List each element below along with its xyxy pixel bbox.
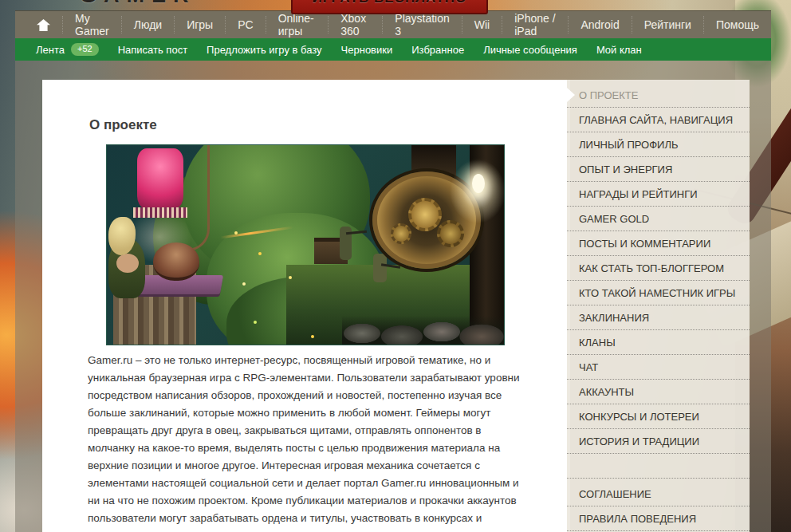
sidebar-item-contests-lotteries[interactable]: КОНКУРСЫ И ЛОТЕРЕИ	[567, 404, 750, 429]
hero-soldier-kneeling	[373, 254, 387, 282]
home-icon	[37, 19, 50, 31]
hero-street-lamp-bulb	[472, 174, 485, 193]
nav-item-iphone-ipad[interactable]: iPhone / iPad	[502, 16, 568, 33]
nav-item-pc[interactable]: PC	[225, 16, 265, 33]
subnav-item-favorites[interactable]: Избранное	[402, 44, 474, 56]
sidebar-group-spacer	[567, 454, 750, 479]
sidebar-item-profile[interactable]: ЛИЧНЫЙ ПРОФИЛЬ	[567, 132, 750, 157]
hero-gear-medium	[437, 220, 464, 247]
nav-item-my-gamer[interactable]: My Gamer	[62, 16, 121, 33]
subnav-item-my-clan[interactable]: Мой клан	[587, 44, 651, 56]
subnav-item-private-messages[interactable]: Личные сообщения	[474, 44, 587, 56]
nav-item-wii[interactable]: Wii	[462, 16, 502, 33]
hero-gear-large	[408, 198, 442, 231]
play-free-button[interactable]: ИГРАТЬ БЕСПЛАТНО	[291, 0, 488, 14]
sidebar-item-game-governor[interactable]: КТО ТАКОЙ НАМЕСТНИК ИГРЫ	[567, 281, 750, 305]
nav-item-xbox360[interactable]: Xbox 360	[328, 16, 382, 33]
main-nav: My Gamer Люди Игры PC Online-игры Xbox 3…	[15, 10, 771, 38]
sidebar-item-spells[interactable]: ЗАКЛИНАНИЯ	[567, 305, 750, 330]
nav-item-online-games[interactable]: Online-игры	[266, 16, 329, 33]
sidebar-item-clans[interactable]: КЛАНЫ	[567, 330, 750, 355]
sidebar-item-about[interactable]: О ПРОЕКТЕ	[567, 83, 750, 108]
sidebar-item-top-blogger[interactable]: КАК СТАТЬ ТОП-БЛОГГЕРОМ	[567, 256, 750, 281]
sidebar-item-chat[interactable]: ЧАТ	[567, 355, 750, 380]
hero-gear-small	[391, 223, 411, 244]
nav-item-playstation3[interactable]: Playstation 3	[382, 16, 461, 33]
nav-item-help[interactable]: Помощь	[703, 16, 771, 33]
sidebar-main-list: О ПРОЕКТЕ ГЛАВНАЯ САЙТА, НАВИГАЦИЯ ЛИЧНЫ…	[567, 80, 750, 454]
subnav-item-drafts[interactable]: Черновики	[332, 44, 403, 56]
subnav-item-feed[interactable]: Лента +52	[26, 43, 108, 56]
nav-item-home[interactable]	[25, 16, 62, 33]
nav-item-ratings[interactable]: Рейтинги	[632, 16, 703, 33]
page-column: My Gamer Люди Игры PC Online-игры Xbox 3…	[15, 10, 771, 532]
subnav-item-suggest-game[interactable]: Предложить игру в базу	[197, 44, 331, 56]
nav-item-android[interactable]: Android	[568, 16, 631, 33]
nav-item-games[interactable]: Игры	[174, 16, 225, 33]
about-paragraph: Gamer.ru – это не только интернет-ресурс…	[88, 352, 531, 532]
nav-item-people[interactable]: Люди	[121, 16, 174, 33]
sidebar-item-experience-energy[interactable]: ОПЫТ И ЭНЕРГИЯ	[567, 157, 750, 182]
site-logo[interactable]: GAMER	[80, 0, 196, 7]
hero-rocks	[342, 316, 505, 345]
feed-counter-badge: +52	[71, 43, 99, 56]
hero-pink-lamp-shade	[137, 148, 183, 209]
about-hero-image	[106, 144, 505, 345]
hero-elf-figure	[116, 254, 139, 273]
sidebar-item-gamer-gold[interactable]: GAMER GOLD	[567, 207, 750, 231]
help-sidebar: О ПРОЕКТЕ ГЛАВНАЯ САЙТА, НАВИГАЦИЯ ЛИЧНЫ…	[567, 80, 750, 532]
hero-sparkles	[234, 231, 238, 234]
hero-teapot	[153, 242, 199, 281]
sidebar-item-main-navigation[interactable]: ГЛАВНАЯ САЙТА, НАВИГАЦИЯ	[567, 108, 750, 132]
sub-nav: Лента +52 Написать пост Предложить игру …	[15, 38, 771, 61]
subnav-feed-label: Лента	[36, 44, 65, 56]
sidebar-item-agreement[interactable]: СОГЛАШЕНИЕ	[567, 482, 750, 506]
sidebar-item-posts-comments[interactable]: ПОСТЫ И КОММЕНТАРИИ	[567, 231, 750, 256]
page-title: О проекте	[89, 117, 570, 133]
sidebar-footer-list: СОГЛАШЕНИЕ ПРАВИЛА ПОВЕДЕНИЯ	[567, 479, 750, 531]
sidebar-item-awards-ratings[interactable]: НАГРАДЫ И РЕЙТИНГИ	[567, 182, 750, 207]
content-panel: О проекте	[42, 80, 570, 532]
sidebar-item-accounts[interactable]: АККАУНТЫ	[567, 380, 750, 404]
sidebar-item-conduct-rules[interactable]: ПРАВИЛА ПОВЕДЕНИЯ	[567, 506, 750, 531]
hero-pink-lamp-fringe	[133, 207, 187, 218]
subnav-item-write-post[interactable]: Написать пост	[108, 44, 197, 56]
sidebar-item-history-traditions[interactable]: ИСТОРИЯ И ТРАДИЦИИ	[567, 429, 750, 454]
